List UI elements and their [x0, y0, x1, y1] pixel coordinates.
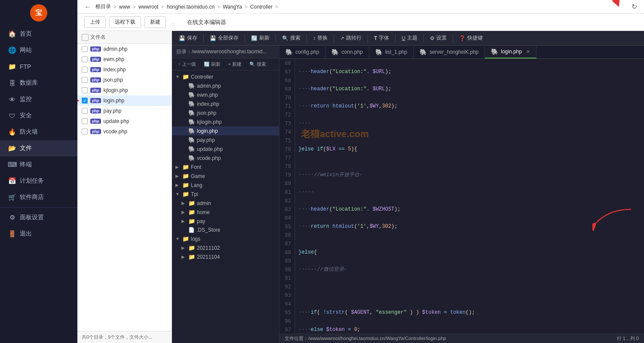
check-all-box[interactable] [82, 34, 89, 41]
breadcrumb-item-www[interactable]: www [119, 4, 130, 10]
breadcrumb-refresh[interactable]: ↻ [632, 3, 637, 11]
tree-item[interactable]: 🐘 vcode.php [172, 153, 279, 162]
tree-item[interactable]: ▶ 📁 admin [172, 199, 279, 208]
remote-download-button[interactable]: 远程下载 [109, 16, 141, 28]
list-item[interactable]: php index.php [77, 64, 172, 75]
tree-item[interactable]: ▶ 📁 home [172, 208, 279, 217]
new-button[interactable]: 新建 [144, 16, 166, 28]
breadcrumb-item-controller[interactable]: Controller [250, 4, 273, 10]
file-list: php admin.php php ewm.php php index.php … [77, 44, 172, 331]
file-tree-toolbar: ↑ 上一级 🔄 刷新 + 新建 🔍 搜索 [172, 58, 279, 70]
sidebar-item-monitor[interactable]: 👁 监控 [0, 91, 77, 107]
list-item[interactable]: php admin.php [77, 44, 172, 54]
file-icon: 🐘 [188, 119, 195, 125]
settings-button[interactable]: ⚙ 设置 [426, 33, 450, 43]
editor-statusbar: 文件位置：/www/wwwroot/honghei.taomiduo.cn/Wa… [279, 334, 644, 343]
tree-item[interactable]: 🐘 admin.php [172, 81, 279, 90]
upload-button[interactable]: 上传 [84, 16, 106, 28]
file-icon: 🐘 [188, 128, 195, 134]
tab-login[interactable]: 🐘 login.php ✕ [485, 46, 537, 58]
tree-item-label: Lang [191, 182, 202, 188]
tree-new-button[interactable]: + 新建 [226, 60, 244, 68]
file-checkbox[interactable] [82, 108, 88, 114]
sidebar-item-terminal[interactable]: ⌨ 终端 [0, 156, 77, 173]
tree-item[interactable]: 🐘 index.php [172, 99, 279, 108]
list-item[interactable]: php pay.php [77, 106, 172, 116]
toolbar-row: 上传 远程下载 新建 ... 在线文本编辑器 [77, 14, 644, 31]
goto-button[interactable]: ↗ 跳转行 [337, 33, 365, 43]
sidebar-item-website[interactable]: 🌐 网站 [0, 42, 77, 58]
save-button[interactable]: 💾 保存 [175, 33, 201, 43]
sidebar-item-panel-settings[interactable]: ⚙ 面板设置 [0, 209, 77, 226]
sidebar-item-label: 数据库 [20, 79, 38, 87]
sidebar-item-files[interactable]: 📂 文件 [0, 140, 77, 156]
tree-item[interactable]: 🐘 login.php [172, 126, 279, 135]
tab-config[interactable]: 🐘 config.php [279, 46, 325, 58]
breadcrumb-item-wangya[interactable]: WangYa [223, 4, 242, 10]
file-checkbox[interactable] [82, 129, 88, 135]
tree-item[interactable]: ▶ 📁 20211104 [172, 252, 279, 261]
tree-item[interactable]: ▶ 📁 pay [172, 217, 279, 226]
sidebar-item-tasks[interactable]: 📅 计划任务 [0, 173, 77, 189]
sidebar-item-firewall[interactable]: 🔥 防火墙 [0, 124, 77, 140]
file-checkbox[interactable] [82, 56, 88, 62]
tree-refresh-button[interactable]: 🔄 刷新 [201, 60, 223, 68]
tree-search-button[interactable]: 🔍 搜索 [247, 60, 269, 68]
tree-item[interactable]: 🐘 kjlogin.php [172, 117, 279, 126]
file-tree: ▼ 📁 Controller 🐘 admin.php 🐘 ew [172, 70, 279, 343]
refresh-button[interactable]: 🔄 刷新 [248, 33, 273, 43]
code-content[interactable]: ····header("Location:". $URL); ····heade… [295, 59, 644, 334]
sidebar-item-database[interactable]: 🗄 数据库 [0, 75, 77, 91]
file-checkbox[interactable] [82, 67, 88, 73]
editor-main[interactable]: 6667686970 7172737475 7677787980 8182838… [279, 59, 644, 334]
file-checkbox[interactable]: ✓ [82, 98, 88, 104]
sidebar-item-security[interactable]: 🛡 安全 [0, 107, 77, 124]
tab-close-button[interactable]: ✕ [526, 49, 530, 55]
file-checkbox[interactable] [82, 118, 88, 124]
tree-item[interactable]: ▶ 📁 Font [172, 162, 279, 172]
list-item[interactable]: php update.php [77, 116, 172, 126]
tab-server[interactable]: 🐘 server_hongheiK.php [414, 46, 485, 58]
tree-item[interactable]: ▶ 📁 Lang [172, 181, 279, 190]
list-item[interactable]: php ewm.php [77, 54, 172, 64]
list-item[interactable]: php kjlogin.php [77, 85, 172, 95]
tree-item[interactable]: 🐘 update.php [172, 144, 279, 153]
font-button[interactable]: T 字体 [371, 33, 393, 43]
breadcrumb-item-domain[interactable]: honghei.taomiduo.cn [167, 4, 215, 10]
sidebar-item-home[interactable]: 🏠 首页 [0, 26, 77, 42]
tab-conn[interactable]: 🐘 conn.php [325, 46, 369, 58]
breadcrumb-back[interactable]: ← [84, 3, 91, 11]
list-item[interactable]: ✓ php login.php [77, 95, 172, 106]
tree-item[interactable]: ▶ 📁 20211102 [172, 243, 279, 252]
tree-item[interactable]: 🐘 json.php [172, 108, 279, 117]
tree-item[interactable]: ▼ 📁 Tpl [172, 190, 279, 199]
file-checkbox[interactable] [82, 77, 88, 83]
file-name: update.php [104, 118, 168, 124]
tree-item[interactable]: ▶ 📁 Game [172, 172, 279, 181]
breadcrumb-item-wwwroot[interactable]: wwwroot [138, 4, 159, 10]
file-checkbox[interactable] [82, 46, 88, 52]
php-badge: php [90, 129, 101, 134]
theme-button[interactable]: U 主题 [398, 33, 421, 43]
breadcrumb-item-root[interactable]: 根目录 [95, 3, 111, 10]
sidebar-item-logout[interactable]: 🚪 退出 [0, 226, 77, 242]
list-item[interactable]: php vcode.php [77, 126, 172, 137]
tree-up-button[interactable]: ↑ 上一级 [175, 60, 199, 68]
tree-item[interactable]: ▼ 📁 logs [172, 234, 279, 243]
search-button[interactable]: 🔍 搜索 [279, 33, 304, 43]
tree-item[interactable]: 🐘 pay.php [172, 135, 279, 144]
breadcrumb-bar: ← 根目录 > www > wwwroot > honghei.taomiduo… [77, 0, 644, 14]
tab-list1[interactable]: 🐘 list_1.php [369, 46, 414, 58]
file-name: json.php [104, 77, 168, 83]
list-item[interactable]: php json.php [77, 75, 172, 85]
tree-item[interactable]: 🐘 ewm.php [172, 90, 279, 99]
replace-button[interactable]: ↕ 替换 [310, 33, 331, 43]
shortcuts-button[interactable]: ❓ 快捷键 [456, 33, 486, 43]
file-checkbox[interactable] [82, 87, 88, 93]
tree-item[interactable]: ▼ 📁 Controller [172, 72, 279, 81]
sidebar-item-store[interactable]: 🛒 软件商店 [0, 189, 77, 205]
code-editor-container: 🐘 config.php 🐘 conn.php 🐘 list_1.php [279, 46, 644, 343]
tree-item[interactable]: 📄 .DS_Store [172, 226, 279, 234]
save-all-button[interactable]: 💾 全部保存 [206, 33, 242, 43]
sidebar-item-ftp[interactable]: 📁 FTP [0, 58, 77, 75]
